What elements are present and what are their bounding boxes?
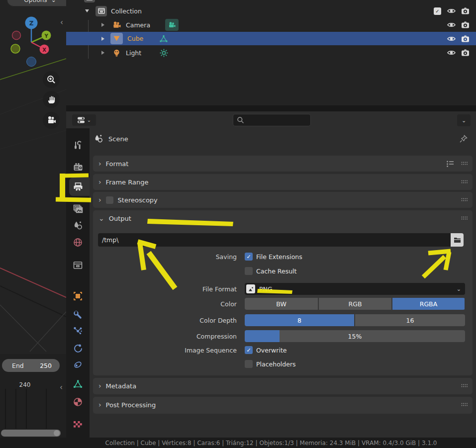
- header-menu-button[interactable]: ⌄: [457, 114, 471, 126]
- tab-scene[interactable]: [66, 217, 90, 234]
- mesh-data-icon[interactable]: [159, 35, 168, 43]
- hide-eye-icon[interactable]: [447, 8, 456, 14]
- file-extensions-label[interactable]: File Extensions: [256, 253, 302, 261]
- collection-checkbox[interactable]: ✓: [434, 7, 441, 15]
- stereoscopy-checkbox[interactable]: [106, 196, 113, 204]
- panel-post-processing[interactable]: › Post Processing: [93, 397, 473, 414]
- panel-format[interactable]: › Format: [93, 156, 473, 172]
- tab-tool[interactable]: [66, 137, 90, 154]
- drag-grip-icon[interactable]: [461, 180, 468, 184]
- editor-type-button[interactable]: ⌄: [72, 114, 96, 126]
- camera-view-icon[interactable]: [43, 112, 60, 129]
- gizmo-x-ball[interactable]: X: [40, 45, 49, 54]
- tab-constraints[interactable]: [66, 356, 90, 373]
- tab-view-layer[interactable]: [66, 200, 90, 217]
- tab-particles[interactable]: [66, 322, 90, 339]
- navigation-gizmo[interactable]: Z Y X: [0, 0, 66, 70]
- outliner-row-cube[interactable]: Cube: [66, 32, 476, 45]
- breadcrumb[interactable]: Scene: [94, 131, 128, 146]
- drag-grip-icon[interactable]: [461, 384, 468, 388]
- output-path-value[interactable]: /tmp\: [98, 233, 451, 247]
- folder-browse-button[interactable]: [451, 233, 464, 247]
- gizmo-neg-z-ball[interactable]: [27, 57, 36, 67]
- gizmo-neg-x-ball[interactable]: [12, 31, 21, 40]
- timeline-scrollbar[interactable]: [1, 430, 61, 437]
- properties-tabstrip[interactable]: [66, 128, 90, 438]
- drag-grip-icon[interactable]: [461, 162, 468, 166]
- tab-material[interactable]: [66, 393, 90, 410]
- panel-output[interactable]: ⌄ Output /tmp\ Saving ✓ File Extensions: [93, 210, 473, 375]
- color-depth-option-16[interactable]: 16: [355, 314, 465, 326]
- frame-end-field[interactable]: End 250: [2, 359, 60, 372]
- hide-eye-icon[interactable]: [447, 50, 456, 56]
- preset-menu-icon[interactable]: [446, 160, 454, 167]
- compression-slider[interactable]: 15%: [245, 330, 465, 342]
- disable-render-camera-icon[interactable]: [461, 7, 470, 15]
- tab-texture[interactable]: [66, 416, 90, 433]
- tab-world[interactable]: [66, 234, 90, 251]
- placeholders-checkbox[interactable]: [245, 360, 253, 368]
- disable-render-camera-icon[interactable]: [461, 21, 470, 29]
- hide-eye-icon[interactable]: [447, 36, 456, 42]
- placeholders-label[interactable]: Placeholders: [256, 360, 296, 368]
- tab-modifiers[interactable]: [66, 306, 90, 323]
- disable-render-camera-icon[interactable]: [461, 49, 470, 57]
- chevron-right-icon: ›: [98, 196, 101, 204]
- tab-object-data[interactable]: [66, 375, 90, 392]
- panel-post-processing-title: Post Processing: [106, 401, 156, 409]
- sun-data-icon[interactable]: [160, 49, 168, 57]
- color-depth-label: Color Depth: [93, 317, 241, 324]
- tab-object[interactable]: [66, 287, 90, 304]
- panel-stereoscopy[interactable]: › Stereoscopy: [93, 192, 473, 208]
- gizmo-y-ball[interactable]: Y: [42, 31, 51, 40]
- tab-render[interactable]: [66, 159, 90, 176]
- collapse-timeline-icon[interactable]: ‹: [60, 384, 63, 391]
- timeline-editor[interactable]: End 250 240 ‹: [0, 354, 66, 438]
- tab-output[interactable]: [66, 179, 90, 195]
- panel-frame-range[interactable]: › Frame Range: [93, 174, 473, 190]
- file-extensions-checkbox[interactable]: ✓: [245, 253, 253, 261]
- color-option-rgb[interactable]: RGB: [319, 298, 391, 310]
- outliner[interactable]: Scene Collection Collection ✓: [66, 0, 476, 105]
- cache-result-label[interactable]: Cache Result: [256, 268, 296, 275]
- properties-editor[interactable]: ⌄ ⌄: [66, 111, 476, 438]
- color-option-bw[interactable]: BW: [245, 298, 318, 310]
- outliner-row-light[interactable]: Light: [66, 46, 476, 59]
- outliner-row-scene-collection[interactable]: Scene Collection: [66, 0, 476, 3]
- zoom-icon[interactable]: [43, 71, 60, 88]
- folder-icon: [454, 237, 461, 243]
- panel-metadata[interactable]: › Metadata: [93, 378, 473, 394]
- color-option-rgba[interactable]: RGBA: [392, 298, 465, 310]
- tab-collection[interactable]: [66, 257, 90, 273]
- expand-triangle-icon[interactable]: [101, 51, 104, 55]
- overwrite-label[interactable]: Overwrite: [256, 347, 287, 354]
- search-input[interactable]: [233, 114, 311, 126]
- pan-hand-icon[interactable]: [43, 91, 60, 108]
- hide-eye-icon[interactable]: [447, 22, 456, 28]
- status-bar: Collection | Cube | Vértices:8 | Caras:6…: [0, 438, 476, 448]
- status-bar-text: Collection | Cube | Vértices:8 | Caras:6…: [66, 438, 476, 448]
- camera-label: Camera: [126, 21, 150, 29]
- gizmo-neg-y-ball[interactable]: [11, 44, 20, 53]
- file-format-dropdown[interactable]: PNG ⌄: [245, 283, 465, 295]
- pin-icon[interactable]: [459, 134, 468, 143]
- 3d-viewport[interactable]: Options ⌄ ‹ Z Y X: [0, 0, 66, 438]
- expand-triangle-icon[interactable]: [85, 9, 89, 12]
- drag-grip-icon[interactable]: [461, 403, 468, 407]
- color-label: Color: [93, 300, 241, 308]
- overwrite-checkbox[interactable]: ✓: [245, 346, 253, 354]
- gizmo-z-ball[interactable]: Z: [25, 17, 38, 29]
- expand-triangle-icon[interactable]: [101, 23, 104, 27]
- outliner-row-collection[interactable]: Collection ✓: [66, 4, 476, 17]
- drag-grip-icon[interactable]: [461, 216, 468, 220]
- outliner-row-camera[interactable]: Camera: [66, 18, 476, 31]
- tab-physics[interactable]: [66, 340, 90, 357]
- disable-render-camera-icon[interactable]: [461, 35, 470, 43]
- cache-result-checkbox[interactable]: [245, 267, 253, 275]
- panel-format-title: Format: [106, 160, 129, 168]
- color-depth-option-8[interactable]: 8: [245, 314, 354, 326]
- expand-triangle-icon[interactable]: [101, 37, 104, 41]
- camera-data-icon[interactable]: [165, 19, 179, 31]
- output-path-field[interactable]: /tmp\: [98, 233, 464, 247]
- drag-grip-icon[interactable]: [461, 198, 468, 202]
